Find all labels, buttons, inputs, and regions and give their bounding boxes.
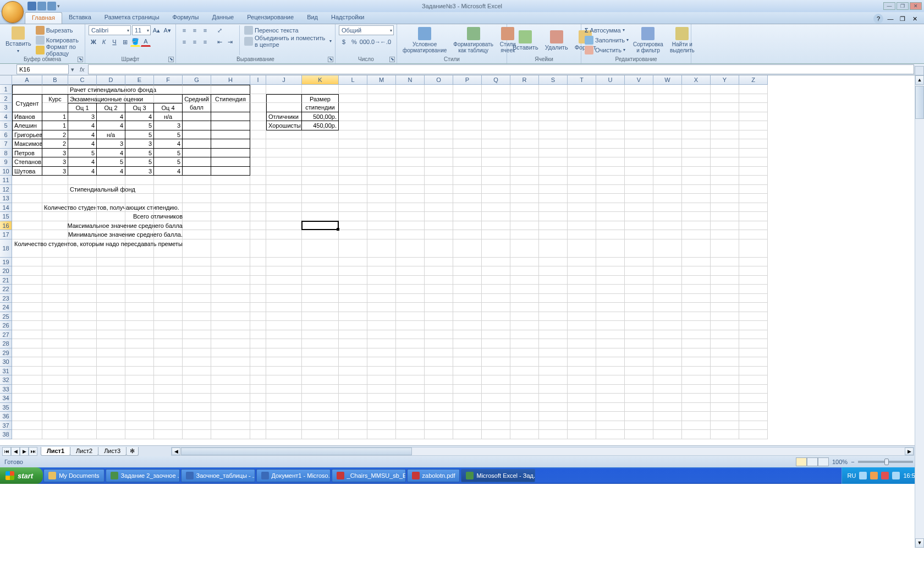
insert-cells-button[interactable]: Вставить — [510, 25, 541, 55]
cell[interactable] — [482, 348, 510, 358]
cell[interactable] — [482, 312, 510, 321]
cell[interactable] — [425, 266, 453, 276]
cell[interactable] — [396, 285, 425, 294]
cell[interactable] — [266, 185, 302, 194]
cell[interactable] — [596, 321, 625, 330]
cell[interactable] — [653, 339, 682, 348]
cell[interactable] — [266, 176, 302, 185]
cell[interactable] — [482, 330, 510, 340]
cell[interactable] — [302, 330, 339, 340]
cell[interactable] — [625, 94, 653, 103]
cell[interactable] — [12, 330, 42, 340]
cell[interactable] — [625, 339, 653, 348]
row-header[interactable]: 11 — [0, 176, 12, 185]
cell[interactable]: стипендии — [302, 103, 339, 112]
cell[interactable] — [539, 258, 568, 267]
cell[interactable] — [539, 266, 568, 276]
cell[interactable] — [482, 185, 510, 194]
cell[interactable] — [711, 348, 739, 358]
cell[interactable] — [339, 367, 367, 376]
cell[interactable] — [339, 103, 367, 112]
row-header[interactable]: 35 — [0, 403, 12, 412]
cell[interactable] — [250, 330, 266, 340]
row-header[interactable]: 10 — [0, 167, 12, 176]
cell[interactable] — [339, 394, 367, 403]
cell[interactable] — [97, 266, 125, 276]
font-color-button[interactable]: A — [141, 37, 151, 47]
cell[interactable] — [682, 375, 711, 385]
align-bottom-button[interactable]: ≡ — [200, 25, 210, 35]
cell[interactable] — [154, 185, 183, 194]
cell[interactable] — [625, 375, 653, 385]
cell[interactable] — [711, 285, 739, 294]
cell[interactable] — [453, 266, 482, 276]
cell[interactable] — [367, 294, 396, 303]
tab-data[interactable]: Данные — [205, 12, 240, 24]
cell[interactable] — [425, 112, 453, 122]
cell[interactable] — [211, 330, 250, 340]
sheet-tab-3[interactable]: Лист3 — [98, 447, 127, 456]
cell[interactable] — [125, 375, 154, 385]
cell[interactable] — [367, 185, 396, 194]
cell[interactable]: н/а — [154, 112, 183, 122]
cell[interactable] — [183, 412, 211, 421]
cell[interactable] — [711, 103, 739, 112]
cell[interactable] — [653, 230, 682, 239]
cell[interactable] — [425, 367, 453, 376]
cell[interactable] — [12, 348, 42, 358]
cell[interactable] — [739, 230, 768, 239]
cell[interactable] — [539, 385, 568, 394]
cell[interactable] — [97, 412, 125, 421]
cell[interactable] — [711, 430, 739, 439]
cell[interactable] — [183, 149, 211, 158]
cell[interactable] — [596, 139, 625, 149]
tray-icon[interactable] — [859, 472, 867, 479]
cell[interactable] — [250, 185, 266, 194]
cell[interactable] — [510, 294, 539, 303]
column-header[interactable]: E — [125, 75, 154, 85]
cell[interactable] — [510, 421, 539, 430]
cell[interactable] — [396, 139, 425, 149]
row-header[interactable]: 31 — [0, 367, 12, 376]
cell[interactable] — [739, 85, 768, 94]
cell[interactable] — [211, 130, 250, 140]
cell[interactable] — [42, 266, 68, 276]
row-header[interactable]: 7 — [0, 139, 12, 149]
cell[interactable] — [596, 348, 625, 358]
cell[interactable] — [596, 394, 625, 403]
cell[interactable] — [453, 403, 482, 412]
cell[interactable] — [568, 103, 596, 112]
column-header[interactable]: I — [250, 75, 266, 85]
cell[interactable] — [125, 185, 154, 194]
cell[interactable] — [367, 221, 396, 231]
cell[interactable] — [739, 266, 768, 276]
cell[interactable] — [97, 94, 125, 103]
cell[interactable] — [453, 367, 482, 376]
close-button[interactable]: ✕ — [910, 2, 922, 10]
cell[interactable] — [711, 212, 739, 221]
tray-icon[interactable] — [870, 472, 878, 479]
cell[interactable] — [183, 403, 211, 412]
cell[interactable] — [539, 357, 568, 367]
cell[interactable] — [625, 385, 653, 394]
cell[interactable] — [682, 130, 711, 140]
cell[interactable] — [154, 258, 183, 267]
column-header[interactable]: B — [42, 75, 68, 85]
cell[interactable] — [596, 258, 625, 267]
row-header[interactable]: 8 — [0, 149, 12, 158]
cell[interactable] — [266, 149, 302, 158]
cell[interactable] — [425, 258, 453, 267]
cell[interactable] — [653, 348, 682, 358]
row-header[interactable]: 3 — [0, 103, 12, 112]
cell[interactable] — [97, 357, 125, 367]
cell[interactable] — [97, 375, 125, 385]
cell[interactable] — [42, 285, 68, 294]
cell[interactable] — [625, 412, 653, 421]
cell[interactable] — [154, 266, 183, 276]
cell[interactable] — [154, 403, 183, 412]
cell[interactable] — [539, 303, 568, 312]
cell[interactable] — [367, 394, 396, 403]
cell[interactable] — [42, 312, 68, 321]
cell[interactable] — [266, 294, 302, 303]
cell[interactable] — [339, 294, 367, 303]
